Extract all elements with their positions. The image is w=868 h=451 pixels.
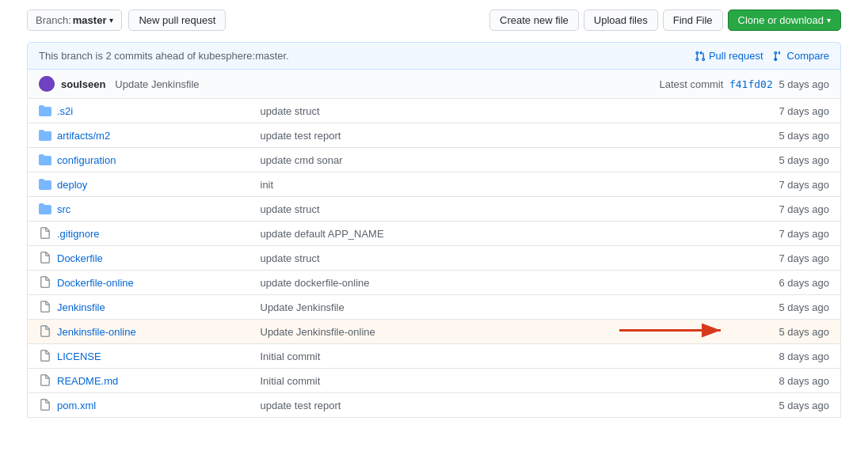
file-icon — [39, 350, 51, 362]
file-message: update struct — [249, 197, 746, 222]
file-time: 5 days ago — [746, 123, 841, 148]
file-time: 7 days ago — [746, 172, 841, 197]
table-row: Dockerfileupdate struct7 days ago — [28, 246, 841, 271]
table-row: JenkinsfileUpdate Jenkinsfile5 days ago — [28, 295, 841, 320]
table-row: Dockerfile-onlineupdate dockerfile-onlin… — [28, 271, 841, 295]
commit-time: 5 days ago — [779, 78, 829, 90]
file-message: Initial commit — [249, 344, 746, 369]
folder-icon — [39, 129, 51, 142]
file-time: 8 days ago — [746, 369, 841, 393]
compare-label: Compare — [787, 50, 829, 62]
folder-icon — [39, 153, 51, 166]
file-name-cell: src — [39, 203, 238, 215]
table-row: .s2iupdate struct7 days ago — [28, 99, 841, 123]
new-pull-request-button[interactable]: New pull request — [128, 9, 226, 31]
pull-request-label: Pull request — [709, 50, 763, 62]
file-link[interactable]: .gitignore — [57, 228, 99, 240]
file-name-cell: configuration — [39, 153, 238, 166]
table-row: LICENSEInitial commit8 days ago — [28, 344, 841, 369]
commit-hash[interactable]: f41fd02 — [729, 78, 773, 90]
pull-request-link[interactable]: Pull request — [695, 50, 763, 62]
file-time: 7 days ago — [746, 197, 841, 222]
file-time: 5 days ago — [746, 148, 841, 172]
latest-commit-left: soulseen Update Jenkinsfile — [39, 76, 200, 92]
file-time: 8 days ago — [746, 344, 841, 369]
branch-selector[interactable]: Branch: master ▾ — [27, 9, 122, 31]
file-table: .s2iupdate struct7 days agoartifacts/m2u… — [27, 99, 841, 418]
file-time: 5 days ago — [746, 393, 841, 418]
table-row: artifacts/m2update test report5 days ago — [28, 123, 841, 148]
file-time: 7 days ago — [746, 222, 841, 246]
file-icon — [39, 399, 51, 411]
file-name-cell: Jenkinsfile — [39, 301, 238, 313]
latest-commit-label: Latest commit — [659, 78, 723, 90]
toolbar-left: Branch: master ▾ New pull request — [27, 9, 226, 31]
toolbar: Branch: master ▾ New pull request Create… — [27, 9, 841, 31]
chevron-down-icon: ▾ — [109, 16, 113, 25]
file-link[interactable]: configuration — [57, 154, 116, 166]
table-row: README.mdInitial commit8 days ago — [28, 369, 841, 393]
file-link[interactable]: LICENSE — [57, 351, 101, 362]
find-file-button[interactable]: Find File — [663, 9, 723, 31]
file-name-cell: Dockerfile-online — [39, 276, 238, 289]
chevron-down-icon: ▾ — [827, 16, 831, 25]
file-name-cell: deploy — [39, 178, 238, 191]
file-name-cell: artifacts/m2 — [39, 129, 238, 142]
commit-bar-message: This branch is 2 commits ahead of kubesp… — [39, 50, 289, 62]
file-name-cell: .gitignore — [39, 227, 238, 240]
avatar — [39, 76, 55, 92]
file-link[interactable]: .s2i — [57, 105, 73, 117]
file-message: Update Jenkinsfile-online — [249, 320, 746, 344]
file-icon — [39, 276, 51, 289]
file-link[interactable]: README.md — [57, 375, 118, 387]
file-icon — [39, 374, 51, 387]
file-link[interactable]: src — [57, 203, 70, 215]
file-icon — [39, 227, 51, 240]
clone-or-download-button[interactable]: Clone or download ▾ — [728, 9, 841, 31]
file-link[interactable]: Dockerfile-online — [57, 277, 134, 289]
commit-message: Update Jenkinsfile — [115, 78, 199, 90]
create-new-file-button[interactable]: Create new file — [489, 9, 579, 31]
latest-commit-right: Latest commit f41fd02 5 days ago — [659, 78, 829, 90]
clone-label: Clone or download — [738, 14, 824, 26]
file-name-cell: Jenkinsfile-online — [39, 325, 238, 338]
commit-bar: This branch is 2 commits ahead of kubesp… — [27, 42, 841, 70]
commit-username[interactable]: soulseen — [61, 78, 105, 90]
file-link[interactable]: pom.xml — [57, 400, 96, 411]
file-link[interactable]: artifacts/m2 — [57, 130, 110, 142]
table-row: .gitignoreupdate default APP_NAME7 days … — [28, 222, 841, 246]
file-link[interactable]: Jenkinsfile-online — [57, 326, 136, 338]
file-time: 6 days ago — [746, 271, 841, 295]
toolbar-right: Create new file Upload files Find File C… — [489, 9, 841, 31]
folder-icon — [39, 104, 51, 117]
table-row: srcupdate struct7 days ago — [28, 197, 841, 222]
file-link[interactable]: deploy — [57, 179, 87, 191]
file-message: Initial commit — [249, 369, 746, 393]
file-link[interactable]: Dockerfile — [57, 252, 103, 264]
file-link[interactable]: Jenkinsfile — [57, 301, 105, 313]
file-message: update test report — [249, 123, 746, 148]
file-name-cell: Dockerfile — [39, 252, 238, 264]
file-icon — [39, 301, 51, 313]
file-message: update cmd sonar — [249, 148, 746, 172]
file-icon — [39, 325, 51, 338]
table-row: deployinit7 days ago — [28, 172, 841, 197]
file-time: 5 days ago — [746, 320, 841, 344]
file-time: 7 days ago — [746, 246, 841, 271]
folder-icon — [39, 178, 51, 191]
file-message: update struct — [249, 246, 746, 271]
compare-link[interactable]: Compare — [773, 50, 829, 62]
commit-bar-actions: Pull request Compare — [695, 50, 829, 62]
file-message: update struct — [249, 99, 746, 123]
file-message: update test report — [249, 393, 746, 418]
table-row: configurationupdate cmd sonar5 days ago — [28, 148, 841, 172]
file-name-cell: LICENSE — [39, 350, 238, 362]
file-message: update dockerfile-online — [249, 271, 746, 295]
branch-label: Branch: — [36, 14, 71, 26]
file-message: update default APP_NAME — [249, 222, 746, 246]
table-row: pom.xmlupdate test report5 days ago — [28, 393, 841, 418]
file-name-cell: README.md — [39, 374, 238, 387]
file-name-cell: .s2i — [39, 104, 238, 117]
file-message: Update Jenkinsfile — [249, 295, 746, 320]
upload-files-button[interactable]: Upload files — [584, 9, 658, 31]
